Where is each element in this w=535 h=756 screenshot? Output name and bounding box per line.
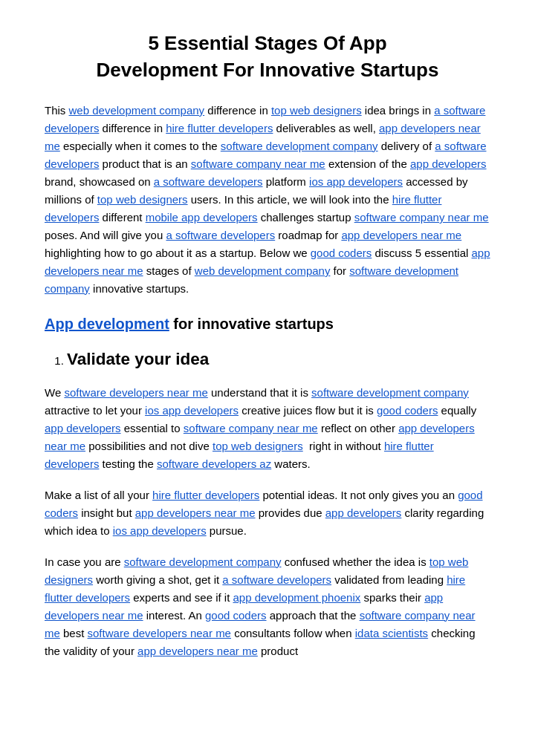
link-good-coders-1[interactable]: good coders	[311, 247, 372, 259]
link-app-developers-1[interactable]: app developers	[410, 157, 487, 170]
link-software-developers-3[interactable]: a software developers	[154, 175, 263, 188]
paragraph-validate-2: Make a list of all your hire flutter dev…	[45, 486, 490, 540]
link-mobile-app-developers[interactable]: mobile app developers	[146, 211, 258, 224]
numbered-list: Validate your idea	[67, 347, 490, 372]
link-software-dev-company-4[interactable]: software development company	[124, 555, 282, 568]
link-app-dev-phoenix[interactable]: app development phoenix	[233, 591, 360, 604]
link-app-dev-near-me-7[interactable]: app developers near me	[137, 645, 258, 657]
section-heading: App development for innovative startups	[45, 313, 490, 335]
link-hire-flutter-1[interactable]: hire flutter developers	[166, 122, 273, 134]
paragraph-validate-1: We software developers near me understan…	[45, 384, 490, 473]
link-web-dev-company-2[interactable]: web development company	[195, 264, 331, 277]
link-app-dev-near-me-2[interactable]: app developers near me	[341, 229, 461, 241]
link-ios-app-developers-3[interactable]: ios app developers	[113, 524, 207, 537]
intro-paragraph: This web development company difference …	[45, 102, 490, 298]
link-app-developers-2[interactable]: app developers	[45, 422, 121, 434]
link-ios-app-developers-2[interactable]: ios app developers	[145, 404, 239, 417]
link-ios-app-developers-1[interactable]: ios app developers	[309, 175, 403, 188]
link-app-developers-3[interactable]: app developers	[325, 506, 402, 519]
link-software-developers-5[interactable]: a software developers	[222, 573, 331, 586]
list-item-1: Validate your idea	[67, 347, 490, 372]
link-top-web-designers-3[interactable]: top web designers	[213, 440, 303, 452]
link-top-web-designers-1[interactable]: top web designers	[271, 104, 362, 117]
link-software-dev-near-me-2[interactable]: software developers near me	[88, 627, 231, 639]
link-software-company-near-me-3[interactable]: software company near me	[184, 422, 318, 434]
link-good-coders-2[interactable]: good coders	[377, 404, 438, 417]
link-web-dev-company[interactable]: web development company	[69, 104, 205, 117]
link-hire-flutter-4[interactable]: hire flutter developers	[152, 489, 259, 501]
page-title: 5 Essential Stages Of App Development Fo…	[45, 30, 490, 84]
link-software-company-near-me-2[interactable]: software company near me	[354, 211, 489, 224]
validate-heading: Validate your idea	[67, 347, 490, 372]
link-app-dev-near-me-5[interactable]: app developers near me	[135, 506, 256, 519]
link-software-dev-near-me-1[interactable]: software developers near me	[64, 386, 207, 399]
link-app-development[interactable]: App development	[45, 316, 169, 332]
link-software-developers-4[interactable]: a software developers	[166, 229, 275, 241]
paragraph-validate-3: In case you are software development com…	[45, 553, 490, 660]
link-software-dev-az[interactable]: software developers az	[157, 457, 271, 470]
link-good-coders-4[interactable]: good coders	[205, 609, 267, 622]
link-good-coders-3[interactable]: good coders	[45, 489, 483, 519]
link-top-web-designers-2[interactable]: top web designers	[97, 193, 188, 206]
link-idata-scientists[interactable]: idata scientists	[355, 627, 428, 639]
link-software-dev-company-1[interactable]: software development company	[221, 140, 378, 152]
link-software-dev-company-3[interactable]: software development company	[311, 386, 469, 399]
link-software-company-near-me-1[interactable]: software company near me	[191, 157, 325, 170]
